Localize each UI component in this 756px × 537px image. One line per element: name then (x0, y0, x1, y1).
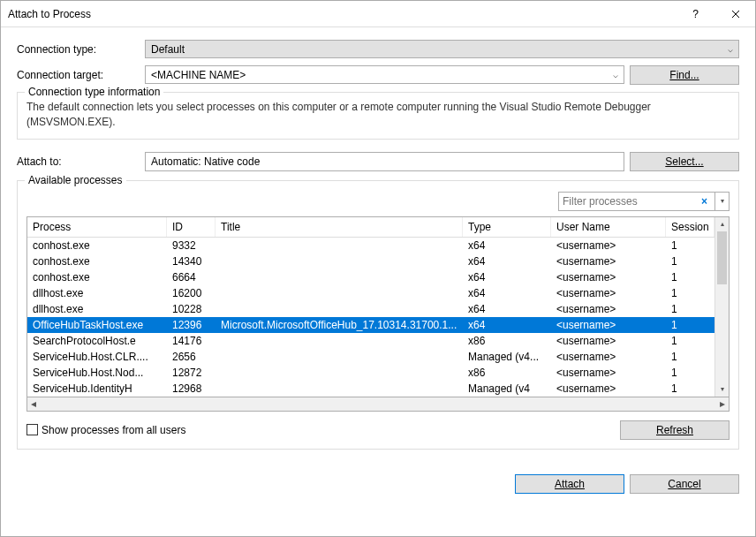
table-row[interactable]: OfficeHubTaskHost.exe12396Microsoft.Micr… (27, 317, 714, 333)
connection-info-legend: Connection type information (25, 86, 163, 98)
cell (215, 254, 463, 268)
connection-target-label: Connection target: (17, 69, 145, 81)
cell: ServiceHub.IdentityH (27, 382, 167, 396)
cell: <username> (551, 334, 666, 348)
filter-clear-icon[interactable]: × (698, 195, 711, 208)
cell: <username> (551, 382, 666, 396)
cell: x86 (463, 334, 551, 348)
cell: Microsoft.MicrosoftOfficeHub_17.10314.31… (215, 318, 463, 332)
cell (215, 270, 463, 284)
cell (215, 350, 463, 364)
help-button[interactable]: ? (676, 1, 715, 27)
close-button[interactable] (715, 1, 755, 27)
cell (215, 302, 463, 316)
checkbox-icon (26, 424, 38, 435)
connection-target-value: <MACHINE NAME> (151, 69, 246, 81)
filter-input-wrap[interactable]: × (558, 192, 715, 211)
dialog-title: Attach to Process (8, 8, 676, 20)
col-type[interactable]: Type (463, 217, 551, 237)
close-icon (731, 10, 740, 19)
cell: <username> (551, 238, 666, 253)
cell: 1 (666, 254, 714, 268)
col-process[interactable]: Process (27, 217, 167, 237)
cell: <username> (551, 350, 666, 364)
table-row[interactable]: SearchProtocolHost.e14176x86<username>1 (27, 333, 714, 349)
horizontal-scrollbar[interactable]: ◂ ▸ (26, 397, 730, 412)
select-button[interactable]: Select... (630, 152, 739, 171)
cell: <username> (551, 318, 666, 332)
table-row[interactable]: conhost.exe14340x64<username>1 (27, 253, 714, 269)
cell: conhost.exe (27, 238, 167, 253)
cell: 1 (666, 302, 714, 316)
cancel-button[interactable]: Cancel (630, 474, 739, 494)
connection-target-combo[interactable]: <MACHINE NAME> ⌵ (145, 65, 624, 84)
table-row[interactable]: ServiceHub.Host.CLR....2656Managed (v4..… (27, 349, 714, 365)
table-row[interactable]: ServiceHub.Host.Nod...12872x86<username>… (27, 365, 714, 381)
find-button[interactable]: Find... (630, 65, 739, 85)
show-all-users-label: Show processes from all users (42, 424, 185, 436)
scroll-down-icon[interactable]: ▾ (715, 382, 729, 397)
cell: conhost.exe (27, 270, 167, 284)
cell: 12968 (167, 382, 215, 396)
connection-type-value: Default (151, 43, 185, 56)
refresh-button[interactable]: Refresh (620, 420, 730, 440)
cell: x64 (463, 318, 551, 332)
attach-button[interactable]: Attach (515, 474, 624, 494)
cell: 14340 (167, 254, 215, 268)
connection-type-combo[interactable]: Default ⌵ (145, 40, 739, 58)
cell: SearchProtocolHost.e (27, 334, 167, 348)
scroll-right-icon[interactable]: ▸ (720, 397, 725, 410)
table-row[interactable]: conhost.exe9332x64<username>1 (27, 238, 714, 253)
cell: Managed (v4... (463, 350, 551, 364)
cell: Managed (v4 (463, 382, 551, 396)
cell: dllhost.exe (27, 302, 167, 316)
cell: 2656 (167, 350, 215, 364)
connection-type-label: Connection type: (17, 43, 145, 56)
cell: x64 (463, 238, 551, 253)
table-row[interactable]: dllhost.exe10228x64<username>1 (27, 301, 714, 317)
scroll-left-icon[interactable]: ◂ (31, 397, 36, 410)
show-all-users-checkbox[interactable]: Show processes from all users (26, 424, 185, 436)
cell: 16200 (167, 286, 215, 300)
table-row[interactable]: dllhost.exe16200x64<username>1 (27, 285, 714, 301)
table-row[interactable]: conhost.exe6664x64<username>1 (27, 269, 714, 285)
attach-to-label: Attach to: (17, 155, 145, 168)
cell (215, 334, 463, 348)
cell (215, 286, 463, 300)
col-title[interactable]: Title (215, 217, 463, 237)
available-processes-legend: Available processes (25, 174, 126, 186)
grid-header: Process ID Title Type User Name Session (27, 217, 714, 238)
cell: x64 (463, 254, 551, 268)
cell (215, 366, 463, 380)
cell: <username> (551, 302, 666, 316)
cell: OfficeHubTaskHost.exe (27, 318, 167, 332)
cell: ServiceHub.Host.CLR.... (27, 350, 167, 364)
cell: 1 (666, 382, 714, 396)
cell: 1 (666, 350, 714, 364)
col-session[interactable]: Session (666, 217, 714, 237)
cell (215, 382, 463, 396)
cell: 1 (666, 270, 714, 284)
cell: 6664 (167, 270, 215, 284)
scroll-thumb[interactable] (717, 231, 727, 284)
attach-to-value: Automatic: Native code (145, 152, 624, 171)
col-user[interactable]: User Name (551, 217, 666, 237)
cell: ServiceHub.Host.Nod... (27, 366, 167, 380)
chevron-down-icon: ⌵ (728, 44, 733, 54)
cell: 14176 (167, 334, 215, 348)
filter-input[interactable] (563, 195, 698, 208)
cell: <username> (551, 254, 666, 268)
titlebar: Attach to Process ? (1, 1, 755, 27)
cell: 9332 (167, 238, 215, 253)
cell: 12396 (167, 318, 215, 332)
cell: 1 (666, 318, 714, 332)
connection-info-text: The default connection lets you select p… (26, 100, 730, 130)
table-row[interactable]: ServiceHub.IdentityH12968Managed (v4<use… (27, 381, 714, 397)
chevron-down-icon: ⌵ (613, 70, 618, 79)
vertical-scrollbar[interactable]: ▴ ▾ (714, 217, 729, 397)
col-id[interactable]: ID (167, 217, 215, 237)
scroll-up-icon[interactable]: ▴ (715, 217, 729, 231)
cell: 12872 (167, 366, 215, 380)
filter-dropdown-button[interactable]: ▾ (715, 192, 730, 211)
cell: <username> (551, 366, 666, 380)
